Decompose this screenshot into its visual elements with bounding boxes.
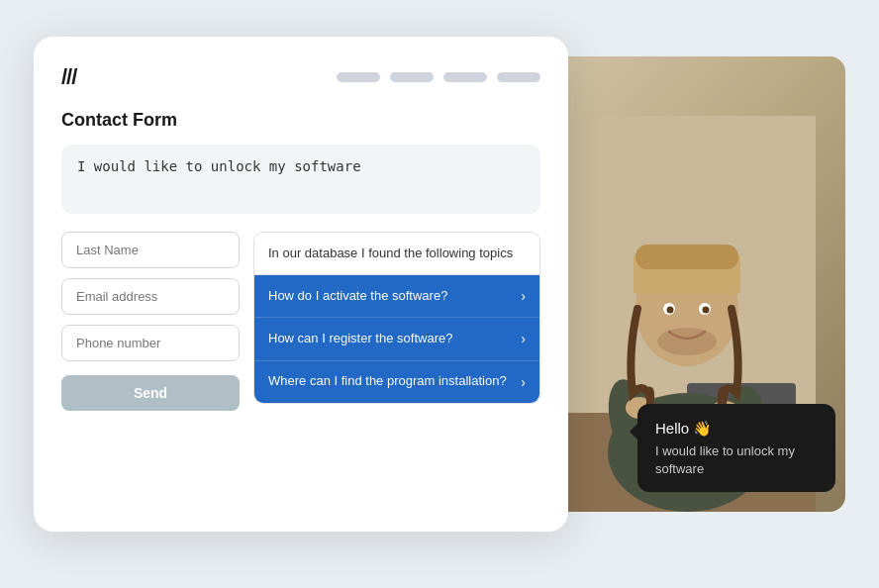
nav-dot-3 — [443, 72, 487, 82]
email-input[interactable] — [61, 278, 240, 315]
suggestions-panel: In our database I found the following to… — [253, 232, 540, 404]
svg-point-18 — [657, 328, 717, 355]
left-inputs: Send — [61, 232, 240, 411]
form-card: /// Contact Form Send In our data — [34, 37, 568, 532]
suggestion-label-1: How do I activate the software? — [268, 288, 447, 305]
suggestions-header: In our database I found the following to… — [254, 233, 539, 275]
logo: /// — [61, 64, 76, 90]
nav-dots — [337, 72, 540, 82]
svg-rect-13 — [635, 245, 738, 269]
message-textarea[interactable] — [61, 145, 540, 214]
card-header: /// — [61, 64, 540, 90]
chat-bubble: Hello 👋 I would like to unlock my softwa… — [637, 404, 835, 492]
nav-dot-1 — [337, 72, 380, 82]
suggestion-label-2: How can I register the software? — [268, 331, 452, 347]
suggestion-label-3: Where can I find the program installatio… — [268, 373, 507, 390]
last-name-input[interactable] — [61, 232, 240, 268]
svg-point-17 — [703, 307, 710, 314]
suggestion-item-2[interactable]: How can I register the software? › — [254, 318, 539, 360]
nav-dot-4 — [497, 72, 540, 82]
suggestion-chevron-1: › — [521, 287, 526, 305]
nav-dot-2 — [390, 72, 434, 82]
form-title: Contact Form — [61, 110, 540, 131]
phone-input[interactable] — [61, 325, 240, 361]
svg-point-16 — [667, 307, 674, 314]
scene: Hello 👋 I would like to unlock my softwa… — [34, 37, 845, 551]
suggestion-chevron-3: › — [521, 373, 526, 391]
suggestion-chevron-2: › — [521, 330, 526, 347]
suggestion-item-1[interactable]: How do I activate the software? › — [254, 275, 539, 318]
chat-greeting: Hello 👋 — [655, 418, 818, 439]
send-button[interactable]: Send — [61, 375, 240, 411]
chat-message: I would like to unlock my software — [655, 442, 818, 478]
suggestion-item-3[interactable]: Where can I find the program installatio… — [254, 361, 539, 403]
content-row: Send In our database I found the followi… — [61, 232, 540, 411]
